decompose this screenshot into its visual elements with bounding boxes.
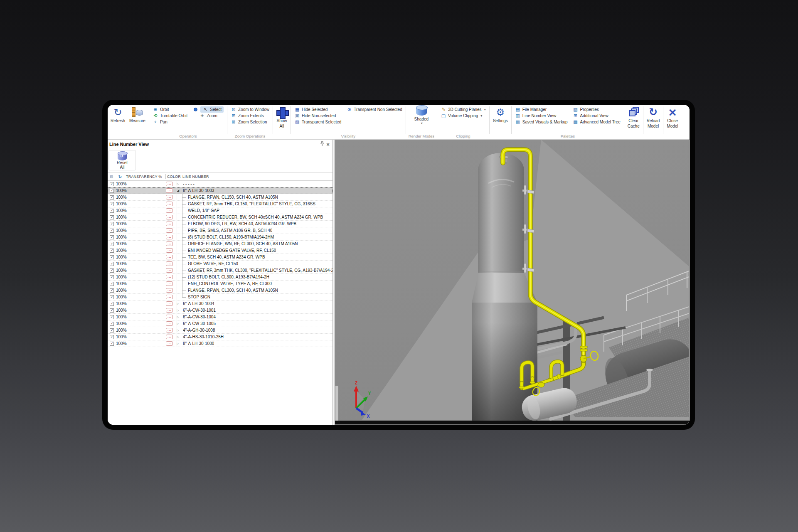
table-row[interactable]: ✓100%…GASKET, RF, 3mm THK, CL150, "FLEXI… (108, 201, 332, 207)
row-checkbox[interactable]: ✓ (110, 302, 114, 306)
color-picker-button[interactable]: … (166, 275, 173, 279)
table-row[interactable]: ✓100%…▷6"-A-LH-30-1004 (108, 300, 332, 307)
row-checkbox[interactable]: ✓ (110, 195, 114, 200)
table-row[interactable]: ✓100%…ORIFICE FLANGE, WN, RF, CL300, SCH… (108, 241, 332, 247)
color-picker-button[interactable]: … (166, 241, 173, 246)
zoom-extents-button[interactable]: ⊞Zoom Extents (230, 113, 270, 119)
color-picker-button[interactable]: … (166, 235, 173, 239)
table-row[interactable]: ✓100%…GLOBE VALVE, RF, CL150 (108, 261, 332, 267)
color-picker-button[interactable]: … (166, 202, 173, 206)
table-row[interactable]: ✓100%…▷8"-A-LH-30-1000 (108, 340, 332, 347)
pin-icon[interactable] (319, 141, 325, 148)
shaded-label[interactable]: Shaded (414, 117, 429, 121)
row-checkbox[interactable]: ✓ (110, 182, 114, 186)
shaded-cylinder-icon[interactable] (416, 107, 427, 116)
table-row[interactable]: ✓100%…FLANGE, RFWN, CL150, SCH 40, ASTM … (108, 194, 332, 201)
color-picker-button[interactable]: … (166, 208, 173, 213)
row-checkbox[interactable]: ✓ (110, 342, 114, 346)
table-row[interactable]: ✓100%…▷6"-A-CW-30-1004 (108, 314, 332, 320)
row-checkbox[interactable]: ✓ (110, 189, 114, 193)
color-picker-button[interactable]: … (166, 222, 173, 226)
zoom-selection-button[interactable]: ⊠Zoom Selection (230, 119, 270, 125)
tree-expand-icon[interactable]: ▷ (175, 302, 180, 305)
color-picker-button[interactable]: … (166, 341, 173, 346)
row-checkbox[interactable]: ✓ (110, 202, 114, 206)
table-row[interactable]: ✓100%…▷6"-A-CW-30-1001 (108, 307, 332, 314)
row-checkbox[interactable]: ✓ (110, 215, 114, 219)
pan-button[interactable]: ⌖Pan (152, 119, 188, 125)
measure-button[interactable]: Measure (127, 105, 148, 139)
hide-non-selected-button[interactable]: ▣Hide Non-selected (293, 113, 342, 119)
row-checkbox[interactable]: ✓ (110, 288, 114, 293)
table-row[interactable]: ✓100%…STOP SIGN (108, 294, 332, 300)
color-picker-button[interactable]: … (166, 295, 173, 299)
table-row[interactable]: ✓100%…CONCENTRIC REDUCER, BW, SCH 40xSCH… (108, 214, 332, 221)
clear-cache-button[interactable]: Clear Cache (626, 105, 642, 139)
turntable-orbit-button[interactable]: ⟲Turntable Orbit (152, 113, 188, 119)
table-row[interactable]: ✓100%…(12) STUD BOLT, CL300, A193-B7/A19… (108, 274, 332, 281)
advanced-model-tree-button[interactable]: ▩Advanced Model Tree (572, 119, 621, 125)
color-picker-button[interactable]: … (166, 328, 173, 332)
table-row[interactable]: ✓100%…▷4"-A-GH-30-1008 (108, 327, 332, 334)
tree-expand-icon[interactable]: ▷ (175, 322, 180, 325)
reset-all-button[interactable]: ↺ Reset All (108, 150, 136, 170)
row-checkbox[interactable]: ✓ (110, 322, 114, 326)
row-checkbox[interactable]: ✓ (110, 282, 114, 286)
color-picker-button[interactable]: … (166, 308, 173, 313)
column-line-number[interactable]: LINE NUMBER (182, 175, 332, 179)
color-picker-button[interactable]: … (166, 182, 173, 186)
table-row[interactable]: ✓100%…ENHANCED WEDGE GATE VALVE, RF, CL1… (108, 247, 332, 254)
table-row[interactable]: ✓100%…◢8"-A-LH-30-1003 (108, 187, 332, 194)
table-row[interactable]: ✓100%…▷6"-A-CW-30-1005 (108, 320, 332, 327)
table-row[interactable]: ✓100%…ENH_CONTROL VALVE, TYPE A, RF, CL3… (108, 281, 332, 287)
tree-expand-icon[interactable]: ▷ (175, 335, 180, 339)
transparent-non-selected-button[interactable]: ⊛Transparent Non Selected (345, 106, 403, 113)
select-button[interactable]: ↖Select (200, 106, 224, 113)
tree-expand-icon[interactable]: ▷ (175, 315, 180, 319)
color-picker-button[interactable]: … (166, 215, 173, 219)
settings-button[interactable]: ⚙ Settings (491, 105, 510, 139)
color-picker-button[interactable]: … (166, 335, 173, 339)
viewport-3d[interactable]: Z Y X (335, 140, 689, 425)
row-checkbox[interactable]: ✓ (110, 335, 114, 339)
row-checkbox[interactable]: ✓ (110, 308, 114, 313)
color-picker-button[interactable]: … (166, 248, 173, 253)
table-row[interactable]: ✓100%…FLANGE, RFWN, CL300, SCH 40, ASTM … (108, 287, 332, 294)
table-row[interactable]: ✓100%…▷- - - - - (108, 181, 332, 187)
row-checkbox[interactable]: ✓ (110, 295, 114, 299)
row-checkbox[interactable]: ✓ (110, 235, 114, 239)
column-color[interactable]: COLOR (167, 175, 180, 179)
table-row[interactable]: ✓100%…(8) STUD BOLT, CL150, A193-B7M/A19… (108, 234, 332, 241)
reload-model-button[interactable]: ↻ Reload Model (645, 105, 662, 139)
table-row[interactable]: ✓100%…WELD, 1/8" GAP (108, 207, 332, 214)
table-row[interactable]: ✓100%…ELBOW, 90 DEG, LR, BW, SCH 40, AST… (108, 221, 332, 227)
close-model-button[interactable]: × Close Model (665, 105, 680, 139)
tree-expand-icon[interactable]: ▷ (175, 182, 180, 186)
chevron-down-icon[interactable]: ▾ (421, 121, 423, 125)
table-row[interactable]: ✓100%…GASKET, RF, 3mm THK, CL300, "FLEXI… (108, 267, 332, 274)
orbit-button[interactable]: ⊕Orbit (152, 106, 188, 113)
additional-view-button[interactable]: ⊞Additional View (572, 113, 621, 119)
row-checkbox[interactable]: ✓ (110, 209, 114, 213)
file-manager-button[interactable]: ▤File Manager (514, 106, 569, 113)
transparent-selected-button[interactable]: ▨Transparent Selected (293, 119, 342, 125)
tree-collapse-icon[interactable]: ◢ (175, 189, 180, 192)
color-picker-button[interactable]: … (166, 315, 173, 319)
tree-expand-icon[interactable]: ▷ (175, 329, 180, 332)
color-picker-button[interactable]: … (166, 188, 173, 193)
row-checkbox[interactable]: ✓ (110, 268, 114, 273)
table-row[interactable]: ✓100%…TEE, BW, SCH 40, ASTM A234 GR. WPB (108, 254, 332, 261)
row-checkbox[interactable]: ✓ (110, 328, 114, 332)
color-picker-button[interactable]: … (166, 268, 173, 273)
refresh-button[interactable]: ↻ Refresh (108, 105, 127, 139)
row-checkbox[interactable]: ✓ (110, 262, 114, 266)
show-all-button[interactable]: Show All (274, 105, 289, 139)
tree-expand-icon[interactable]: ▷ (175, 309, 180, 312)
row-checkbox[interactable]: ✓ (110, 315, 114, 319)
refresh-column-icon[interactable]: ↻ (118, 175, 123, 179)
row-checkbox[interactable]: ✓ (110, 229, 114, 233)
row-checkbox[interactable]: ✓ (110, 222, 114, 226)
row-checkbox[interactable]: ✓ (110, 249, 114, 253)
color-picker-button[interactable]: … (166, 195, 173, 200)
color-picker-button[interactable]: … (166, 255, 173, 259)
